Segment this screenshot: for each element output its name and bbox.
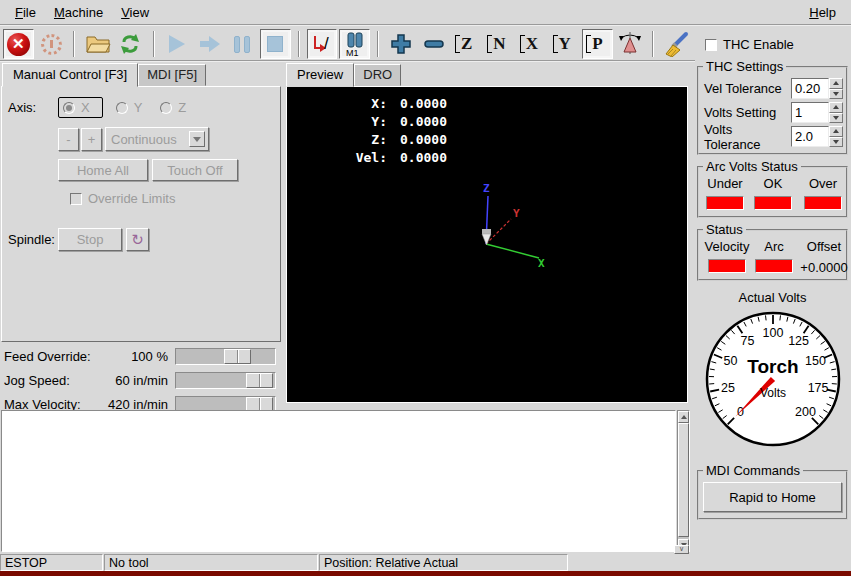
jog-plus-button[interactable]: + bbox=[81, 128, 102, 151]
status-estop: ESTOP bbox=[0, 554, 103, 571]
spin-up-icon bbox=[829, 102, 843, 113]
feed-override-slider[interactable] bbox=[175, 348, 276, 365]
preview-tabbar: Preview DRO bbox=[284, 62, 694, 86]
jog-speed-value: 60 in/min bbox=[104, 373, 168, 388]
override-limits-checkbox[interactable] bbox=[70, 193, 82, 205]
toolbar: ✕ bbox=[0, 28, 695, 62]
left-tabbar: Manual Control [F3] MDI [F5] bbox=[0, 62, 283, 86]
status-tool: No tool bbox=[104, 554, 318, 571]
toolbar-separator bbox=[73, 31, 75, 57]
thc-panel: THC Enable THC Settings Vel Tolerance 0.… bbox=[696, 30, 849, 576]
pause-button[interactable] bbox=[227, 29, 258, 59]
radio-y-icon bbox=[116, 102, 128, 114]
menu-machine[interactable]: Machine bbox=[45, 2, 112, 23]
rotate-view-button[interactable] bbox=[615, 29, 646, 59]
tab-dro[interactable]: DRO bbox=[354, 64, 401, 86]
volts-setting-spinner[interactable] bbox=[829, 102, 843, 123]
volts-tolerance-input[interactable]: 2.0 bbox=[791, 126, 829, 147]
menu-view[interactable]: View bbox=[112, 2, 158, 23]
view-x-button[interactable]: X bbox=[517, 29, 548, 59]
gauge-unit: Volts bbox=[759, 386, 785, 400]
menu-help[interactable]: Help bbox=[800, 2, 845, 23]
zoom-in-button[interactable] bbox=[386, 29, 417, 59]
axis-thc-window: File Machine View Help ✕ bbox=[0, 0, 851, 576]
tab-preview[interactable]: Preview bbox=[286, 63, 354, 87]
axis-radio-x[interactable]: X bbox=[58, 97, 103, 118]
tab-mdi[interactable]: MDI [F5] bbox=[138, 64, 206, 86]
rotate-view-icon bbox=[617, 31, 643, 57]
spin-up-icon bbox=[829, 126, 843, 137]
under-indicator bbox=[706, 196, 744, 210]
stop-button[interactable] bbox=[260, 29, 291, 59]
view-x-icon: X bbox=[524, 34, 540, 54]
home-all-button[interactable]: Home All bbox=[58, 159, 148, 181]
slider-handle[interactable] bbox=[224, 349, 251, 364]
view-z-button[interactable]: Z bbox=[451, 29, 482, 59]
manual-control-page: Axis: X Y Z - + Continuous bbox=[1, 86, 281, 342]
optional-stop-button[interactable]: M1 bbox=[339, 29, 370, 59]
jog-minus-button[interactable]: - bbox=[58, 128, 79, 151]
view-p-icon: P bbox=[590, 34, 604, 54]
axis-x-label: X bbox=[538, 257, 545, 270]
pause-icon bbox=[234, 36, 250, 53]
view-z-rotated-button[interactable]: N bbox=[484, 29, 515, 59]
tool-cone-icon bbox=[482, 229, 491, 234]
tab-manual-control[interactable]: Manual Control [F3] bbox=[2, 63, 138, 87]
gauge-title: Torch bbox=[747, 356, 798, 377]
vel-tolerance-input[interactable]: 0.20 bbox=[791, 78, 829, 99]
chevron-down-icon bbox=[189, 131, 205, 147]
view-z-icon: Z bbox=[459, 34, 474, 54]
svg-text:25: 25 bbox=[720, 381, 734, 395]
offset-label: Offset bbox=[796, 239, 851, 256]
menu-file[interactable]: File bbox=[6, 2, 45, 23]
toolbar-separator bbox=[377, 31, 379, 57]
machine-power-icon bbox=[41, 34, 62, 55]
view-y-button[interactable]: Y bbox=[549, 29, 580, 59]
open-file-button[interactable] bbox=[82, 29, 113, 59]
run-icon bbox=[169, 35, 185, 53]
axis-radio-y[interactable]: Y bbox=[111, 97, 148, 118]
velocity-indicator bbox=[708, 259, 746, 273]
view-perspective-button[interactable]: P bbox=[582, 29, 613, 59]
text-area-scrollbar[interactable] bbox=[677, 410, 690, 552]
spindle-stop-button[interactable]: Stop bbox=[58, 228, 122, 251]
under-label: Under bbox=[702, 176, 748, 193]
step-button[interactable] bbox=[194, 29, 225, 59]
axis-radio-z[interactable]: Z bbox=[155, 97, 191, 118]
machine-power-button[interactable] bbox=[36, 29, 67, 59]
gcode-text-area[interactable] bbox=[1, 410, 676, 552]
over-label: Over bbox=[798, 176, 848, 193]
volts-tolerance-spinner[interactable] bbox=[829, 126, 843, 147]
scroll-up-icon[interactable] bbox=[678, 411, 689, 423]
volts-setting-input[interactable]: 1 bbox=[791, 102, 829, 123]
jog-speed-slider[interactable] bbox=[175, 372, 276, 389]
preview-panel: Preview DRO X:0.0000 Y:0.0000 Z:0.0000 V… bbox=[284, 62, 694, 405]
run-button[interactable] bbox=[162, 29, 193, 59]
estop-icon: ✕ bbox=[7, 33, 30, 56]
skip-lines-button[interactable]: / bbox=[307, 29, 338, 59]
axis-label: Axis: bbox=[8, 100, 58, 115]
vel-tolerance-spinner[interactable] bbox=[829, 78, 843, 99]
vel-tolerance-label: Vel Tolerance bbox=[702, 81, 791, 96]
estop-button[interactable]: ✕ bbox=[3, 29, 34, 59]
touch-off-button[interactable]: Touch Off bbox=[152, 159, 238, 181]
arc-volts-status-title: Arc Volts Status bbox=[703, 159, 801, 174]
spindle-brake-button[interactable]: ↻ bbox=[126, 228, 149, 251]
slider-handle[interactable] bbox=[246, 373, 273, 388]
clear-plot-icon bbox=[664, 31, 690, 57]
preview-canvas[interactable]: X:0.0000 Y:0.0000 Z:0.0000 Vel:0.0000 Z … bbox=[286, 86, 688, 403]
jog-speed-label: Jog Speed: bbox=[0, 373, 104, 388]
status-position: Position: Relative Actual bbox=[319, 554, 568, 571]
reload-button[interactable] bbox=[115, 29, 146, 59]
ok-indicator bbox=[754, 196, 792, 210]
clear-plot-button[interactable] bbox=[661, 29, 692, 59]
svg-text:200: 200 bbox=[795, 405, 816, 419]
zoom-out-button[interactable] bbox=[419, 29, 450, 59]
thc-enable-checkbox[interactable] bbox=[705, 39, 717, 51]
pane-sash-handle[interactable]: ∨ bbox=[674, 545, 689, 554]
status-group: Status Velocity Arc Offset +0.0000 bbox=[697, 229, 848, 281]
jog-mode-dropdown[interactable]: Continuous bbox=[105, 127, 209, 151]
rapid-to-home-button[interactable]: Rapid to Home bbox=[703, 482, 842, 512]
feed-override-label: Feed Override: bbox=[0, 349, 104, 364]
scrollbar-thumb[interactable] bbox=[678, 423, 689, 537]
